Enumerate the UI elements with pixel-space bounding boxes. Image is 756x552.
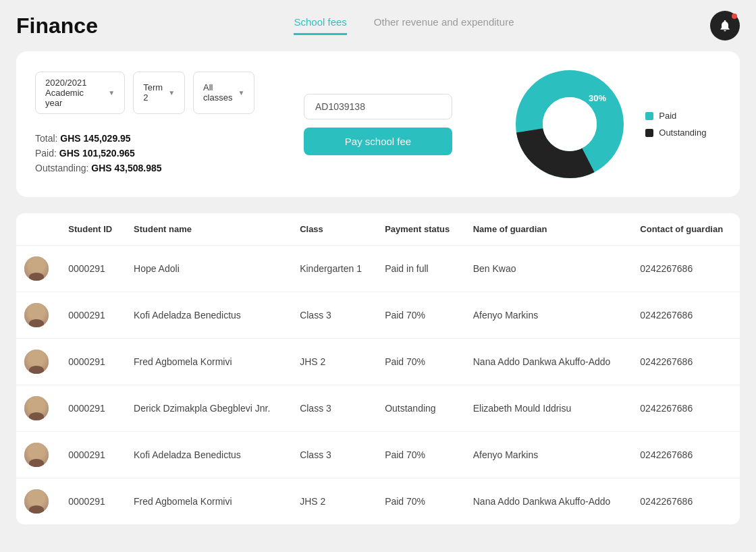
- table-row[interactable]: 0000291Kofi Adeladza BenedictusClass 3Pa…: [16, 432, 740, 478]
- avatar: [24, 350, 49, 374]
- pay-school-fee-button[interactable]: Pay school fee: [304, 128, 452, 155]
- table-row[interactable]: 0000291Fred Agbomela KormiviJHS 2Paid 70…: [16, 478, 740, 525]
- chevron-down-icon: ▼: [238, 89, 244, 96]
- notification-button[interactable]: [710, 11, 740, 40]
- payment-section: Pay school fee: [254, 94, 501, 155]
- cell-class: JHS 2: [292, 478, 377, 525]
- students-table-section: Student ID Student name Class Payment st…: [16, 213, 740, 524]
- cell-payment_status: Paid 70%: [377, 432, 465, 478]
- cell-student_id: 0000291: [60, 339, 126, 385]
- term-label: Term 2: [143, 82, 163, 103]
- col-avatar: [16, 213, 60, 246]
- summary-left: 2020/2021 Academic year ▼ Term 2 ▼ All c…: [35, 72, 254, 177]
- avatar-cell: [16, 385, 60, 432]
- tab-other-revenue[interactable]: Other revenue and expenditure: [374, 16, 514, 35]
- cell-payment_status: Outstanding: [377, 385, 465, 432]
- cell-class: Kindergarten 1: [292, 246, 377, 292]
- cell-student_name: Kofi Adeladza Benedictus: [126, 292, 292, 339]
- cell-payment_status: Paid 70%: [377, 292, 465, 339]
- cell-guardian_contact: 0242267686: [632, 478, 740, 525]
- col-guardian-contact: Contact of guardian: [632, 213, 740, 246]
- svg-text:30%: 30%: [589, 93, 606, 103]
- col-student-id: Student ID: [60, 213, 126, 246]
- avatar: [24, 396, 49, 420]
- table-row[interactable]: 0000291Kofi Adeladza BenedictusClass 3Pa…: [16, 292, 740, 339]
- cell-guardian_name: Afenyo Markins: [465, 432, 632, 478]
- paid-legend-label: Paid: [659, 111, 676, 121]
- class-filter[interactable]: All classes ▼: [193, 72, 254, 114]
- cell-student_id: 0000291: [60, 385, 126, 432]
- class-label: All classes: [203, 82, 232, 103]
- table-row[interactable]: 0000291Hope AdoliKindergarten 1Paid in f…: [16, 246, 740, 292]
- cell-guardian_name: Nana Addo Dankwa Akuffo-Addo: [465, 339, 632, 385]
- cell-student_name: Derick Dzimakpla Gbegblevi Jnr.: [126, 385, 292, 432]
- students-table: Student ID Student name Class Payment st…: [16, 213, 740, 524]
- avatar-cell: [16, 246, 60, 292]
- cell-payment_status: Paid in full: [377, 246, 465, 292]
- summary-card: 2020/2021 Academic year ▼ Term 2 ▼ All c…: [16, 51, 740, 197]
- cell-student_id: 0000291: [60, 246, 126, 292]
- cell-student_name: Hope Adoli: [126, 246, 292, 292]
- total-stat: Total: GHS 145,029.95: [35, 133, 254, 144]
- cell-payment_status: Paid 70%: [377, 478, 465, 525]
- donut-chart: 70% 30%: [516, 70, 624, 178]
- col-class: Class: [292, 213, 377, 246]
- avatar-cell: [16, 478, 60, 525]
- cell-class: Class 3: [292, 385, 377, 432]
- academic-year-filter[interactable]: 2020/2021 Academic year ▼: [35, 72, 125, 114]
- cell-guardian_contact: 0242267686: [632, 292, 740, 339]
- legend-paid: Paid: [645, 111, 706, 121]
- cell-guardian_contact: 0242267686: [632, 339, 740, 385]
- avatar: [24, 256, 49, 281]
- outstanding-legend-label: Outstanding: [659, 128, 706, 138]
- chart-legend: Paid Outstanding: [645, 111, 706, 138]
- cell-guardian_contact: 0242267686: [632, 385, 740, 432]
- avatar-cell: [16, 292, 60, 339]
- col-guardian-name: Name of guardian: [465, 213, 632, 246]
- filters: 2020/2021 Academic year ▼ Term 2 ▼ All c…: [35, 72, 254, 114]
- notification-dot: [732, 13, 737, 19]
- legend-outstanding: Outstanding: [645, 128, 706, 138]
- student-id-input[interactable]: [304, 94, 452, 119]
- cell-student_id: 0000291: [60, 292, 126, 339]
- cell-class: JHS 2: [292, 339, 377, 385]
- cell-class: Class 3: [292, 292, 377, 339]
- cell-guardian_name: Nana Addo Dankwa Akuffo-Addo: [465, 478, 632, 525]
- page-title: Finance: [16, 13, 98, 38]
- cell-student_name: Kofi Adeladza Benedictus: [126, 432, 292, 478]
- table-row[interactable]: 0000291Fred Agbomela KormiviJHS 2Paid 70…: [16, 339, 740, 385]
- academic-year-label: 2020/2021 Academic year: [45, 78, 103, 108]
- cell-guardian_name: Elizabeth Mould Iddrisu: [465, 385, 632, 432]
- avatar: [24, 303, 49, 327]
- svg-text:70%: 70%: [545, 119, 563, 129]
- avatar: [24, 489, 49, 514]
- chart-section: 70% 30% Paid Outstanding: [502, 70, 721, 178]
- paid-stat: Paid: GHS 101,520.965: [35, 148, 254, 159]
- chevron-down-icon: ▼: [108, 89, 115, 96]
- cell-payment_status: Paid 70%: [377, 339, 465, 385]
- stats-section: Total: GHS 145,029.95 Paid: GHS 101,520.…: [35, 133, 254, 173]
- cell-student_name: Fred Agbomela Kormivi: [126, 339, 292, 385]
- cell-guardian_name: Ben Kwao: [465, 246, 632, 292]
- paid-color-dot: [645, 112, 653, 120]
- cell-guardian_name: Afenyo Markins: [465, 292, 632, 339]
- cell-student_id: 0000291: [60, 432, 126, 478]
- outstanding-stat: Outstanding: GHS 43,508.985: [35, 163, 254, 173]
- cell-student_id: 0000291: [60, 478, 126, 525]
- table-row[interactable]: 0000291Derick Dzimakpla Gbegblevi Jnr.Cl…: [16, 385, 740, 432]
- avatar: [24, 443, 49, 467]
- col-student-name: Student name: [126, 213, 292, 246]
- avatar-cell: [16, 432, 60, 478]
- avatar-cell: [16, 339, 60, 385]
- col-payment-status: Payment status: [377, 213, 465, 246]
- cell-guardian_contact: 0242267686: [632, 432, 740, 478]
- cell-guardian_contact: 0242267686: [632, 246, 740, 292]
- term-filter[interactable]: Term 2 ▼: [133, 72, 185, 114]
- cell-class: Class 3: [292, 432, 377, 478]
- cell-student_name: Fred Agbomela Kormivi: [126, 478, 292, 525]
- tabs-nav: School fees Other revenue and expenditur…: [294, 16, 514, 35]
- bell-icon: [718, 19, 732, 32]
- tab-school-fees[interactable]: School fees: [294, 16, 346, 35]
- chevron-down-icon: ▼: [168, 89, 175, 96]
- outstanding-color-dot: [645, 129, 653, 137]
